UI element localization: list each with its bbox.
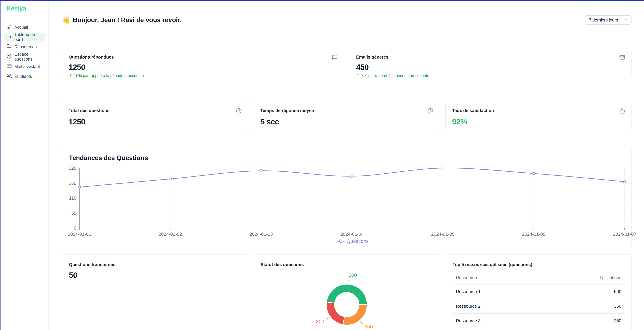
arrow-up-icon — [356, 73, 360, 78]
svg-text:0: 0 — [74, 226, 76, 231]
clock-icon — [428, 108, 433, 114]
card-top-ressources: Top 5 ressources utilisées (questions) R… — [446, 254, 632, 330]
card-value: 1250 — [68, 63, 338, 72]
trend-line-chart: 0551101652202024-01-012024-01-022024-01-… — [69, 164, 626, 245]
card-title: Taux de satisfaction — [452, 108, 494, 113]
svg-text:2024-01-07: 2024-01-07 — [613, 232, 636, 237]
card-title: Statut des questions — [260, 262, 304, 267]
table-header-row: Ressource Utilisations — [452, 272, 625, 284]
page-header: 👋 Bonjour, Jean ! Ravi de vous revoir. 7… — [62, 16, 632, 25]
card-title: Emails générés — [356, 55, 388, 60]
card-temps-reponse: Temps de réponse moyen 5 sec — [254, 102, 440, 132]
sidebar-item-ressources[interactable]: Ressources — [4, 43, 44, 51]
users-icon — [6, 73, 12, 79]
svg-text:55: 55 — [71, 211, 76, 216]
period-select-value: 7 derniers jours — [589, 18, 618, 23]
svg-text:600: 600 — [348, 272, 357, 278]
card-delta-text: 15% par rapport à la période précédente — [74, 73, 144, 78]
card-delta: 15% par rapport à la période précédente — [68, 73, 338, 78]
card-value: 5 sec — [260, 117, 434, 126]
table-row: Ressource 4 200 — [452, 328, 625, 330]
svg-text:2024-01-05: 2024-01-05 — [431, 232, 454, 237]
card-value: 92% — [452, 117, 625, 126]
card-title: Questions transférées — [69, 262, 116, 267]
period-select[interactable]: 7 derniers jours — [585, 16, 632, 25]
greeting: 👋 Bonjour, Jean ! Ravi de vous revoir. — [62, 16, 182, 24]
bottom-row: Questions transférées 50 Statut des ques… — [62, 254, 632, 330]
card-questions-repondues: Questions répondues 1250 15% par rapport… — [62, 50, 344, 77]
card-title: Total des questions — [68, 108, 110, 113]
mail-icon — [619, 55, 625, 61]
sidebar-nav: Accueil Tableau de bord Ressources Espac… — [0, 23, 48, 81]
sidebar-item-label: Ressources — [14, 45, 37, 49]
table-row: Ressource 2 350 — [452, 299, 625, 313]
sidebar-item-etudiants[interactable]: Étudiants — [4, 72, 44, 81]
card-statut-questions: Statut des questions 600300350 — [254, 254, 440, 330]
sidebar-item-accueil[interactable]: Accueil — [4, 23, 44, 32]
resource-name: Ressource 4 — [452, 328, 544, 330]
card-title: Temps de réponse moyen — [260, 108, 314, 113]
svg-text:300: 300 — [316, 319, 324, 324]
bar-chart-icon — [6, 34, 12, 40]
sidebar-item-label: Accueil — [14, 25, 28, 30]
resource-uses: 200 — [544, 328, 625, 330]
resource-name: Ressource 2 — [452, 299, 544, 313]
card-questions-transferees: Questions transférées 50 — [62, 254, 248, 330]
card-total-questions: Total des questions 1250 — [62, 102, 248, 132]
svg-text:350: 350 — [364, 324, 373, 329]
trend-chart-title: Tendances des Questions — [69, 154, 625, 161]
svg-text:2024-01-03: 2024-01-03 — [250, 232, 273, 237]
home-icon — [6, 24, 12, 30]
resource-uses: 350 — [544, 299, 625, 313]
kpi-row-2: Total des questions 1250 Temps de répons… — [62, 102, 632, 132]
svg-text:220: 220 — [69, 166, 76, 171]
card-title: Questions répondues — [68, 55, 114, 60]
card-value: 1250 — [68, 117, 242, 126]
sidebar-item-label: Étudiants — [14, 74, 32, 79]
help-circle-icon — [6, 54, 12, 60]
column-header-utilisations: Utilisations — [544, 272, 625, 284]
folder-icon — [6, 44, 12, 50]
kpi-row-1: Questions répondues 1250 15% par rapport… — [62, 50, 632, 77]
resource-name: Ressource 1 — [452, 284, 544, 299]
sidebar-item-label: Mail assistant — [14, 64, 40, 69]
svg-text:2024-01-04: 2024-01-04 — [340, 232, 364, 237]
mail-icon — [6, 63, 12, 70]
resource-name: Ressource 3 — [452, 313, 544, 328]
greeting-text: Bonjour, Jean ! Ravi de vous revoir. — [73, 17, 182, 24]
app-root: Kestya Accueil Tableau de bord Ressource… — [0, 1, 644, 330]
card-delta-text: 8% par rapport à la période précédente — [362, 73, 429, 78]
main-content: 👋 Bonjour, Jean ! Ravi de vous revoir. 7… — [48, 1, 644, 330]
trend-chart-card: Tendances des Questions 0551101652202024… — [62, 147, 632, 250]
sidebar-item-label: Espace questions — [14, 52, 42, 62]
help-circle-icon — [236, 108, 242, 114]
svg-text:2024-01-01: 2024-01-01 — [68, 232, 91, 237]
column-header-ressource: Ressource — [452, 272, 544, 284]
card-title: Top 5 ressources utilisées (questions) — [452, 262, 532, 267]
svg-text:110: 110 — [69, 196, 76, 201]
table-row: Ressource 3 250 — [452, 313, 625, 328]
svg-text:2024-01-02: 2024-01-02 — [159, 232, 182, 237]
arrow-up-icon — [68, 73, 73, 78]
card-value: 450 — [356, 63, 625, 72]
card-delta: 8% par rapport à la période précédente — [356, 73, 625, 78]
card-taux-satisfaction: Taux de satisfaction 92% — [446, 102, 632, 132]
card-emails-generes: Emails générés 450 8% par rapport à la p… — [350, 50, 632, 77]
chevron-down-icon — [624, 17, 628, 23]
status-donut-chart: 600300350 — [260, 270, 433, 330]
svg-text:2024-01-06: 2024-01-06 — [522, 232, 545, 237]
table-row: Ressource 1 500 — [452, 284, 625, 299]
sidebar-item-label: Tableau de bord — [14, 32, 42, 42]
sidebar-item-tableau-de-bord[interactable]: Tableau de bord — [4, 33, 44, 42]
svg-text:165: 165 — [69, 181, 76, 186]
sidebar: Kestya Accueil Tableau de bord Ressource… — [0, 1, 48, 330]
message-square-icon — [332, 55, 338, 61]
svg-text:Questions: Questions — [346, 238, 369, 244]
resources-table: Ressource Utilisations Ressource 1 500 R… — [452, 272, 625, 330]
card-value: 50 — [69, 271, 241, 280]
wave-emoji: 👋 — [62, 16, 70, 24]
brand-logo: Kestya — [6, 5, 48, 12]
resource-uses: 250 — [544, 313, 625, 328]
sidebar-item-espace-questions[interactable]: Espace questions — [4, 52, 44, 61]
sidebar-item-mail-assistant[interactable]: Mail assistant — [4, 62, 44, 71]
